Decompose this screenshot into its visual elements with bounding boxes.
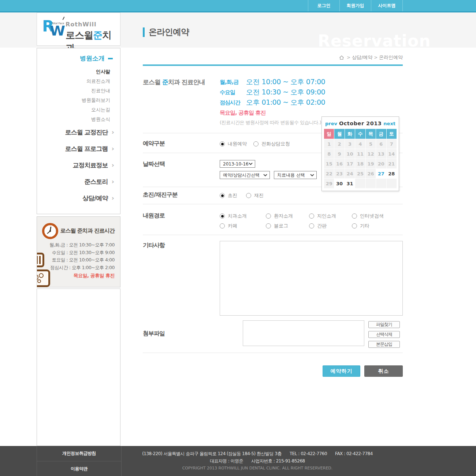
reservation-type-radio[interactable] xyxy=(253,141,259,146)
logo[interactable]: R W Total Face RothWill 로스윌준치과 xyxy=(37,12,120,46)
chevron-right-icon: › xyxy=(112,129,114,135)
referral-option-지인소개[interactable]: 지인소개 xyxy=(309,213,352,219)
breadcrumb-item[interactable]: 상담/예약 xyxy=(352,55,372,60)
calendar-day-28[interactable]: 28 xyxy=(387,169,397,178)
calendar-day-13: 13 xyxy=(376,149,386,159)
hours-line: 점심시간 : 오후 1:00~오후 2:00 xyxy=(49,264,115,272)
referral-option-간판[interactable]: 간판 xyxy=(309,223,352,229)
visit-type-radio[interactable] xyxy=(246,193,251,198)
sidebar-subitem-오시는길[interactable]: 오시는길 xyxy=(37,105,120,115)
sidebar-subitem-진료안내[interactable]: 진료안내 xyxy=(37,86,120,96)
sidebar-item-로스윌 프로그램[interactable]: 로스윌 프로그램› xyxy=(37,141,120,157)
clinic-hours-note: (진료시간은 병원사정에 따라 변동될수 있습니다.) xyxy=(220,119,321,126)
calendar-day-2: 2 xyxy=(334,139,344,149)
sidebar-item-label: 로스윌 프로그램 xyxy=(65,145,108,153)
visit-type-option-재진[interactable]: 재진 xyxy=(246,192,264,199)
breadcrumb: > 상담/예약 > 온라인예약 xyxy=(339,54,403,61)
referral-radio[interactable] xyxy=(352,213,357,219)
calendar-day-19: 19 xyxy=(366,159,376,168)
sidebar-item-준스토리[interactable]: 준스토리› xyxy=(37,174,120,190)
footer-link-이용약관[interactable]: 이용약관 xyxy=(37,461,121,476)
calendar-prev-button[interactable]: prev xyxy=(325,121,337,126)
referral-radio[interactable] xyxy=(309,223,314,228)
calendar-day-11: 11 xyxy=(355,149,365,159)
logo-rw-icon: R W Total Face xyxy=(42,19,66,40)
referral-radio[interactable] xyxy=(352,223,357,228)
referral-option-환자소개[interactable]: 환자소개 xyxy=(266,213,309,219)
active-dash-icon xyxy=(108,58,113,59)
date-select[interactable]: 2013-10-16 xyxy=(220,160,255,168)
topbar-link[interactable]: 사이트맵 xyxy=(371,0,403,11)
sidebar-subitem-병원소식[interactable]: 병원소식 xyxy=(37,115,120,124)
referral-option-기타[interactable]: 기타 xyxy=(352,223,396,229)
visit-type-option-초진[interactable]: 초진 xyxy=(220,192,237,199)
sidebar-subitem-의료진소개[interactable]: 의료진소개 xyxy=(37,77,120,86)
calendar-day-3: 3 xyxy=(345,139,355,149)
time-select[interactable]: 예약/상담시간선택 xyxy=(220,171,270,179)
clinic-hours-row: 월,화,금오전 10:00 ~ 오후 07:00 xyxy=(220,77,325,87)
referral-radio[interactable] xyxy=(266,213,271,219)
attachment-button-파일찾기[interactable]: 파일찾기 xyxy=(368,321,400,328)
calendar-day-22: 22 xyxy=(324,169,334,178)
sidebar-item-교정치료정보[interactable]: 교정치료정보› xyxy=(37,157,120,174)
calendar-empty-cell xyxy=(376,179,386,188)
sidebar-item-label: 교정치료정보 xyxy=(73,161,108,170)
deco-sign-image xyxy=(37,253,44,267)
watermark-text: Reservation xyxy=(318,31,431,50)
submit-reservation-button[interactable]: 예약하기 xyxy=(323,365,360,377)
calendar-day-12: 12 xyxy=(366,149,376,159)
sidebar-item-상담/예약[interactable]: 상담/예약› xyxy=(37,190,120,207)
chevron-right-icon: › xyxy=(112,145,114,152)
sidebar-item-로스윌 교정진단[interactable]: 로스윌 교정진단› xyxy=(37,124,120,141)
online-reservation-page: 로그인회원가입사이트맵 Reservation R W Total Face R… xyxy=(0,0,476,476)
referral-radio[interactable] xyxy=(220,223,225,228)
visit-type-radio[interactable] xyxy=(220,193,225,198)
sidebar-subitem-인사말[interactable]: 인사말 xyxy=(37,67,120,77)
referral-radio[interactable] xyxy=(220,213,225,219)
calendar-day-21: 21 xyxy=(387,159,397,168)
reservation-type-option-내원예약[interactable]: 내원예약 xyxy=(220,141,247,147)
attachment-button-본문삽입[interactable]: 본문삽입 xyxy=(368,341,400,348)
topbar-link[interactable]: 로그인 xyxy=(308,0,339,11)
chevron-down-icon xyxy=(249,163,253,165)
clinic-day: 수요일 xyxy=(220,89,246,96)
topbar-link[interactable]: 회원가입 xyxy=(339,0,371,11)
referral-option-카페[interactable]: 카페 xyxy=(220,223,266,229)
treatment-select[interactable]: 치료내용 선택 xyxy=(274,171,317,179)
footer-link-개인정보취급방침[interactable]: 개인정보취급방침 xyxy=(37,446,121,461)
cancel-button[interactable]: 취소 xyxy=(364,365,403,377)
calendar-day-30[interactable]: 30 xyxy=(334,179,344,188)
clinic-title-accent: 준 xyxy=(162,78,168,86)
breadcrumb-item[interactable]: 온라인예약 xyxy=(379,55,403,60)
title-underline xyxy=(143,64,403,66)
reservation-type-option-전화상담요청[interactable]: 전화상담요청 xyxy=(253,141,290,147)
hours-line: 토요일 : 오전 10:00~오후 4:00 xyxy=(49,256,115,264)
attachment-button-선택삭제[interactable]: 선택삭제 xyxy=(368,331,400,338)
sidebar-hours-box: 로스윌 준치과 진료시간 월,화,금 : 오전 10:30~오후 7:00수요일… xyxy=(37,216,120,287)
reservation-type-radio[interactable] xyxy=(220,141,225,146)
footer-business-line: 대표자명 : 이영준사업자번호 : 215-91-85268 xyxy=(122,457,393,465)
referral-option-치과소개[interactable]: 치과소개 xyxy=(220,213,266,219)
calendar-day-27[interactable]: 27 xyxy=(376,169,386,178)
calendar-day-31[interactable]: 31 xyxy=(345,179,355,188)
referral-option-인터넷검색[interactable]: 인터넷검색 xyxy=(352,213,396,219)
chevron-down-icon xyxy=(263,174,267,176)
hours-line: 월,화,금 : 오전 10:30~오후 7:00 xyxy=(49,241,115,249)
footer-address: (138-220) 서울특별시 송파구 올림픽로 124 (잠실동 184-5)… xyxy=(142,451,282,456)
calendar-grid: 일월화수목금토123456789101112131415161718192021… xyxy=(324,129,397,188)
calendar-day-header-토: 토 xyxy=(387,129,397,139)
sidebar-item-병원소개[interactable]: 병원소개 xyxy=(37,54,120,63)
referral-option-블로그[interactable]: 블로그 xyxy=(266,223,309,229)
calendar-day-9: 9 xyxy=(334,149,344,159)
calendar-next-button[interactable]: next xyxy=(383,121,395,126)
home-icon[interactable] xyxy=(339,55,344,60)
topbar-links: 로그인회원가입사이트맵 xyxy=(308,0,403,11)
chevron-right-icon: › xyxy=(112,162,114,168)
logo-accent-mark xyxy=(63,17,65,20)
referral-radio[interactable] xyxy=(266,223,271,228)
etc-textarea[interactable] xyxy=(220,241,403,316)
hours-box-title: 로스윌 준치과 진료시간 xyxy=(60,227,115,234)
sidebar-subitem-병원둘러보기[interactable]: 병원둘러보기 xyxy=(37,96,120,105)
attachment-list-box[interactable] xyxy=(243,320,364,346)
referral-radio[interactable] xyxy=(309,213,314,219)
